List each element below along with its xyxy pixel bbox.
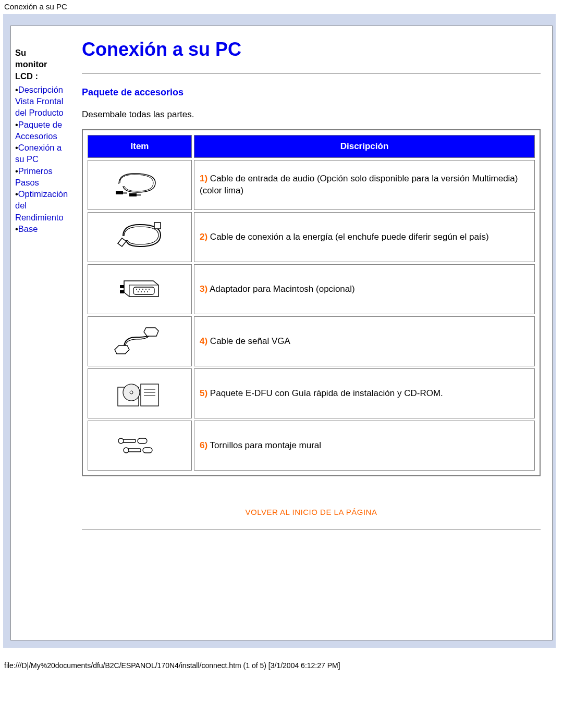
svg-rect-5: [133, 287, 154, 294]
svg-point-6: [136, 289, 137, 290]
main-content: Conexión a su PC Paquete de accesorios D…: [74, 26, 552, 640]
table-row: 5) Paquete E-DFU con Guía rápida de inst…: [88, 368, 535, 418]
sidebar-item-conexion[interactable]: •Conexión a su PC: [15, 142, 71, 165]
sidebar-item-descripcion[interactable]: •Descripción Vista Frontal del Producto: [15, 84, 71, 119]
item-desc: 2) Cable de conexión a la energía (el en…: [194, 212, 535, 262]
divider-bottom: [82, 529, 541, 529]
sidebar-item-paquete[interactable]: •Paquete de Accesorios: [15, 119, 71, 142]
item-image-power-cable: [88, 212, 192, 262]
table-row: 3) Adaptador para Macintosh (opcional): [88, 264, 535, 314]
page-title: Conexión a su PC: [82, 39, 541, 60]
item-desc: 4) Cable de señal VGA: [194, 316, 535, 366]
svg-point-12: [141, 291, 142, 292]
scrollbar-placeholder: [556, 14, 560, 648]
sidebar-title: Su monitor LCD :: [15, 47, 71, 82]
page-frame: Su monitor LCD : •Descripción Vista Fron…: [3, 14, 560, 648]
intro-text: Desembale todas las partes.: [82, 109, 541, 120]
svg-rect-3: [137, 194, 141, 196]
item-image-audio-cable: [88, 160, 192, 210]
item-image-mac-adapter: [88, 264, 192, 314]
content-frame: Su monitor LCD : •Descripción Vista Fron…: [10, 26, 553, 640]
sidebar: Su monitor LCD : •Descripción Vista Fron…: [11, 26, 74, 640]
col-header-desc: Discripción: [194, 135, 535, 158]
item-image-vga-cable: [88, 316, 192, 366]
svg-point-25: [118, 438, 124, 443]
browser-header-text: Conexión a su PC: [0, 0, 563, 13]
vga-cable-icon: [108, 322, 171, 359]
table-row: 6) Tornillos para montaje mural: [88, 421, 535, 471]
table-row: 4) Cable de señal VGA: [88, 316, 535, 366]
mac-adapter-icon: [108, 269, 171, 307]
svg-rect-1: [123, 192, 127, 194]
svg-point-19: [130, 391, 133, 394]
svg-rect-4: [154, 223, 161, 229]
svg-rect-20: [141, 384, 158, 406]
section-heading: Paquete de accesorios: [82, 87, 541, 98]
svg-point-8: [142, 289, 143, 290]
item-desc: 3) Adaptador para Macintosh (opcional): [194, 264, 535, 314]
cdrom-guide-icon: [108, 374, 171, 411]
svg-rect-15: [120, 285, 124, 288]
accessories-table: Item Discripción 1) Cable de: [85, 133, 537, 473]
svg-rect-24: [122, 439, 136, 442]
sidebar-item-base[interactable]: •Base: [15, 223, 71, 235]
item-desc: 1) Cable de entrada de audio (Opción sol…: [194, 160, 535, 210]
svg-point-14: [147, 291, 148, 292]
back-to-top-link[interactable]: VOLVER AL INICIO DE LA PÁGINA: [82, 508, 541, 516]
svg-point-11: [138, 291, 139, 292]
table-row: 2) Cable de conexión a la energía (el en…: [88, 212, 535, 262]
table-row: 1) Cable de entrada de audio (Opción sol…: [88, 160, 535, 210]
svg-point-13: [144, 291, 145, 292]
svg-rect-0: [116, 191, 123, 194]
item-desc: 5) Paquete E-DFU con Guía rápida de inst…: [194, 368, 535, 418]
accessories-table-outer: Item Discripción 1) Cable de: [82, 129, 541, 476]
screws-icon: [108, 426, 171, 463]
svg-rect-26: [138, 438, 147, 443]
svg-point-9: [145, 289, 146, 290]
svg-rect-27: [127, 449, 141, 452]
item-desc: 6) Tornillos para montaje mural: [194, 421, 535, 471]
svg-rect-16: [120, 290, 124, 293]
sidebar-item-primeros[interactable]: •Primeros Pasos: [15, 165, 71, 189]
divider: [82, 73, 541, 73]
svg-rect-29: [143, 448, 152, 453]
item-image-screws: [88, 421, 192, 471]
item-image-edfu-package: [88, 368, 192, 418]
col-header-item: Item: [88, 135, 192, 158]
svg-point-28: [124, 448, 129, 453]
svg-point-10: [149, 289, 150, 290]
footer-path: file:///D|/My%20documents/dfu/B2C/ESPANO…: [0, 648, 563, 673]
svg-rect-2: [129, 193, 137, 196]
svg-point-7: [139, 289, 140, 290]
sidebar-item-optimizacion[interactable]: •Optimización del Rendimiento: [15, 188, 71, 223]
power-cable-icon: [108, 217, 171, 255]
audio-cable-icon: [108, 165, 171, 203]
